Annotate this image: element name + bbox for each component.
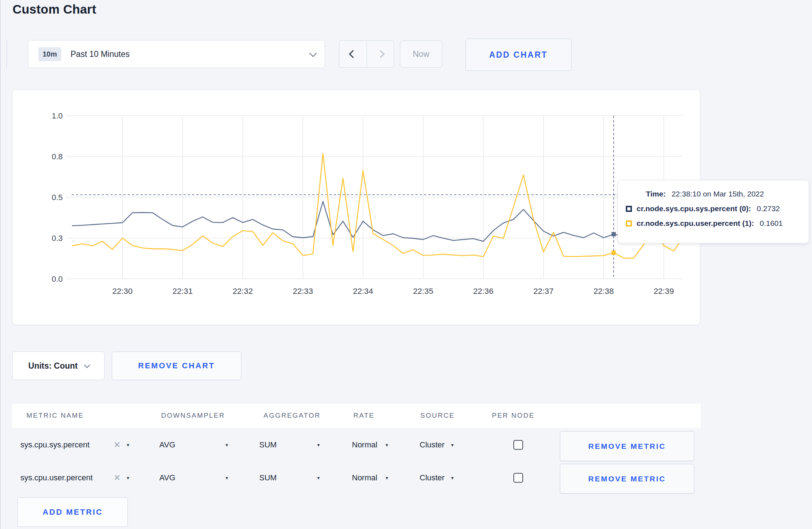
downsampler-select[interactable]: AVG bbox=[159, 440, 175, 450]
col-header-downsampler: DOWNSAMPLER bbox=[161, 412, 225, 419]
chart-tooltip: Time: 22:38:10 on Mar 15th, 2022 cr.node… bbox=[618, 180, 809, 243]
metric-name-value[interactable]: sys.cpu.user.percent bbox=[20, 473, 93, 482]
rate-caret-icon[interactable]: ▾ bbox=[386, 475, 388, 481]
clear-metric-icon[interactable]: ✕ bbox=[113, 473, 121, 483]
tooltip-time-label: Time: bbox=[646, 190, 666, 198]
col-header-aggregator: AGGREGATOR bbox=[264, 412, 320, 419]
chevron-down-icon bbox=[84, 362, 90, 368]
aggregator-select[interactable]: SUM bbox=[259, 440, 277, 450]
now-button[interactable]: Now bbox=[400, 40, 442, 68]
svg-text:0.3: 0.3 bbox=[52, 234, 63, 243]
tooltip-series-label: cr.node.sys.cpu.sys.percent (0): bbox=[637, 204, 751, 213]
metric-dropdown-caret-icon[interactable]: ▾ bbox=[127, 475, 129, 481]
svg-text:0.5: 0.5 bbox=[52, 193, 63, 202]
per-node-checkbox[interactable] bbox=[513, 473, 523, 482]
time-pager bbox=[339, 40, 394, 68]
units-select[interactable]: Units: Count bbox=[12, 351, 105, 380]
rate-select[interactable]: Normal bbox=[352, 440, 377, 450]
chevron-down-icon bbox=[309, 49, 317, 57]
toolbar-divider bbox=[6, 40, 7, 68]
svg-text:22:30: 22:30 bbox=[112, 287, 132, 296]
downsampler-caret-icon[interactable]: ▾ bbox=[226, 442, 228, 448]
source-caret-icon[interactable]: ▾ bbox=[451, 442, 454, 448]
downsampler-select[interactable]: AVG bbox=[159, 473, 175, 482]
aggregator-select[interactable]: SUM bbox=[259, 473, 277, 482]
next-time-button[interactable] bbox=[367, 40, 394, 68]
svg-text:22:33: 22:33 bbox=[293, 287, 313, 296]
remove-metric-button[interactable]: REMOVE METRIC bbox=[560, 431, 694, 461]
user-series-swatch-icon bbox=[626, 220, 632, 227]
clear-metric-icon[interactable]: ✕ bbox=[113, 440, 121, 450]
time-range-badge: 10m bbox=[38, 47, 61, 61]
tooltip-time-value: 22:38:10 on Mar 15th, 2022 bbox=[672, 190, 764, 198]
svg-text:22:36: 22:36 bbox=[473, 287, 493, 296]
remove-chart-button[interactable]: REMOVE CHART bbox=[112, 351, 241, 380]
metric-name-value[interactable]: sys.cpu.sys.percent bbox=[20, 440, 90, 450]
col-header-metric-name: METRIC NAME bbox=[26, 412, 84, 419]
source-select[interactable]: Cluster bbox=[420, 473, 445, 482]
source-caret-icon[interactable]: ▾ bbox=[451, 475, 454, 481]
remove-metric-button[interactable]: REMOVE METRIC bbox=[560, 464, 694, 494]
svg-text:0.8: 0.8 bbox=[52, 152, 63, 161]
svg-text:22:35: 22:35 bbox=[413, 287, 433, 296]
metrics-table-header: METRIC NAME DOWNSAMPLER AGGREGATOR RATE … bbox=[12, 404, 701, 428]
tooltip-series-label: cr.node.sys.cpu.user.percent (1): bbox=[637, 219, 754, 228]
svg-text:22:34: 22:34 bbox=[353, 287, 373, 296]
aggregator-caret-icon[interactable]: ▾ bbox=[317, 475, 320, 481]
col-header-source: SOURCE bbox=[420, 412, 455, 419]
svg-text:0.0: 0.0 bbox=[52, 275, 63, 283]
per-node-checkbox[interactable] bbox=[513, 440, 523, 450]
svg-text:22:39: 22:39 bbox=[654, 287, 674, 296]
svg-text:22:38: 22:38 bbox=[594, 287, 614, 296]
timeseries-chart[interactable]: 0.00.30.50.81.022:3022:3122:3222:3322:34… bbox=[13, 90, 701, 325]
downsampler-caret-icon[interactable]: ▾ bbox=[226, 475, 228, 481]
svg-text:22:37: 22:37 bbox=[533, 287, 554, 296]
rate-select[interactable]: Normal bbox=[352, 473, 377, 482]
sys-series-swatch-icon bbox=[626, 206, 632, 212]
svg-text:1.0: 1.0 bbox=[52, 111, 63, 120]
aggregator-caret-icon[interactable]: ▾ bbox=[317, 442, 320, 448]
units-label: Units: Count bbox=[28, 361, 78, 371]
col-header-rate: RATE bbox=[353, 412, 374, 419]
add-metric-button[interactable]: ADD METRIC bbox=[18, 498, 128, 527]
time-range-select[interactable]: 10m Past 10 Minutes bbox=[28, 40, 325, 68]
chart-card: 0.00.30.50.81.022:3022:3122:3222:3322:34… bbox=[12, 89, 700, 325]
source-select[interactable]: Cluster bbox=[420, 440, 445, 450]
svg-text:22:32: 22:32 bbox=[233, 287, 253, 296]
page-title: Custom Chart bbox=[13, 2, 96, 16]
tooltip-series-value: 0.1601 bbox=[760, 219, 783, 228]
chevron-right-icon bbox=[376, 50, 385, 58]
rate-caret-icon[interactable]: ▾ bbox=[386, 442, 388, 448]
metric-dropdown-caret-icon[interactable]: ▾ bbox=[127, 442, 129, 448]
add-chart-button[interactable]: ADD CHART bbox=[465, 39, 571, 71]
col-header-per-node: PER NODE bbox=[492, 412, 535, 419]
prev-time-button[interactable] bbox=[339, 40, 367, 68]
time-range-label: Past 10 Minutes bbox=[71, 49, 130, 59]
chevron-left-icon bbox=[349, 50, 357, 58]
svg-text:22:31: 22:31 bbox=[173, 287, 193, 296]
tooltip-series-value: 0.2732 bbox=[757, 204, 780, 213]
